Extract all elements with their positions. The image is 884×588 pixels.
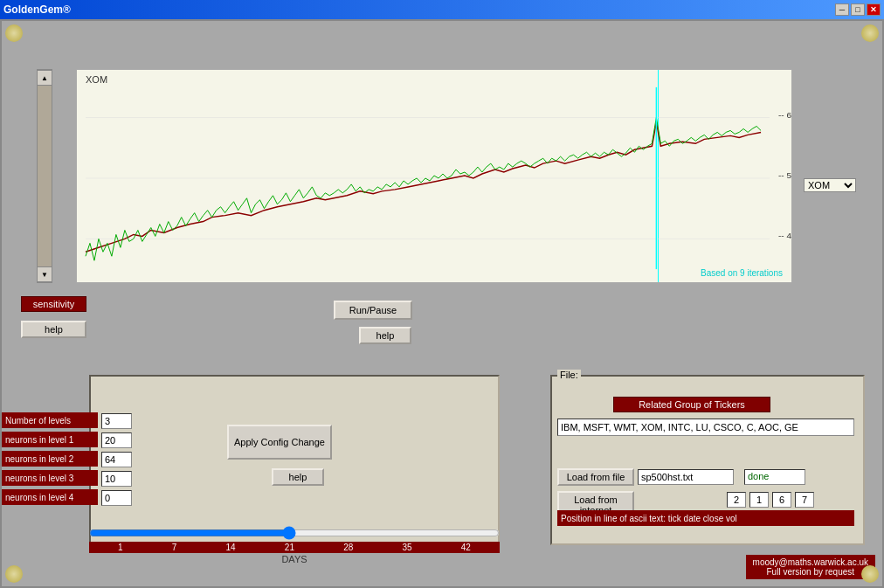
corner-decoration-tl (5, 24, 23, 42)
corner-decoration-bl (5, 565, 23, 583)
run-pause-button[interactable]: Run/Pause (334, 301, 412, 320)
tick-7: 7 (172, 543, 177, 552)
neurons-level3-input[interactable] (101, 471, 132, 487)
days-area: 1 7 14 21 28 35 42 DAYS (89, 526, 500, 564)
position-label-bar: Position in line of ascii text: tick dat… (557, 510, 854, 526)
help-button-left[interactable]: help (21, 321, 86, 338)
window-controls: ─ □ ✕ (835, 3, 881, 16)
days-ticks: 1 7 14 21 28 35 42 (89, 542, 500, 553)
neurons-level3-label: neurons in level 3 (2, 470, 98, 486)
done-label: done (744, 469, 805, 485)
tick-42: 42 (461, 543, 471, 552)
position-vol-input[interactable] (795, 492, 814, 508)
tick-1: 1 (118, 543, 123, 552)
close-button[interactable]: ✕ (867, 3, 881, 16)
chart-area: XOM Based on 9 iterations -- 64.6 -- 54.… (76, 69, 792, 283)
corner-decoration-br (861, 565, 879, 583)
position-tick-input[interactable] (727, 492, 746, 508)
scroll-down-button[interactable]: ▼ (37, 266, 52, 282)
neurons-level2-label: neurons in level 2 (2, 451, 98, 467)
chart-scrollbar[interactable]: ▲ ▼ (37, 69, 52, 283)
neurons-level1-label: neurons in level 1 (2, 432, 98, 447)
help-button-config[interactable]: help (272, 468, 324, 486)
ticker-select[interactable]: XOM IBM MSFT (804, 178, 856, 192)
filename-input[interactable] (638, 469, 734, 485)
svg-text:-- 44.6: -- 44.6 (778, 231, 791, 240)
neurons-level1-input[interactable] (101, 432, 132, 448)
load-from-file-button[interactable]: Load from file (557, 468, 634, 486)
maximize-button[interactable]: □ (851, 3, 865, 16)
number-of-levels-input[interactable] (101, 413, 132, 429)
neurons-level4-label: neurons in level 4 (2, 489, 98, 505)
position-close-input[interactable] (772, 492, 791, 508)
tick-35: 35 (402, 543, 411, 552)
apply-config-button[interactable]: Apply Config Change (227, 425, 332, 460)
main-window: Loaded until date 19-Apr-06 ▲ ▼ XOM Base… (0, 19, 884, 588)
bottom-info-line2: Full version by request (753, 567, 868, 577)
corner-decoration-tr (861, 24, 879, 42)
bottom-info: moody@maths.warwick.ac.uk Full version b… (746, 555, 875, 579)
svg-text:-- 64.6: -- 64.6 (778, 110, 791, 120)
help-button-center[interactable]: help (359, 327, 411, 344)
title-bar: GoldenGem® ─ □ ✕ (0, 0, 884, 19)
ticker-dropdown-container[interactable]: XOM IBM MSFT (804, 178, 856, 192)
app-title: GoldenGem® (3, 3, 71, 16)
position-fields (727, 492, 814, 508)
svg-text:-- 54.6: -- 54.6 (778, 170, 791, 180)
number-of-levels-label: Number of levels (2, 412, 98, 428)
file-panel-label: File: (557, 370, 581, 380)
config-panel (89, 375, 500, 545)
sensitivity-button[interactable]: sensitivity (21, 296, 86, 312)
neurons-level4-input[interactable] (101, 490, 132, 506)
tick-28: 28 (343, 543, 353, 552)
minimize-button[interactable]: ─ (835, 3, 849, 16)
related-group-button[interactable]: Related Group of Tickers (613, 397, 770, 412)
tick-14: 14 (226, 543, 236, 552)
scroll-track[interactable] (38, 86, 52, 266)
neurons-level2-input[interactable] (101, 452, 132, 467)
scroll-up-button[interactable]: ▲ (37, 70, 52, 86)
days-slider[interactable] (89, 526, 500, 540)
bottom-info-line1: moody@maths.warwick.ac.uk (753, 557, 868, 567)
neuron-config-labels: Number of levels neurons in level 1 neur… (2, 412, 132, 508)
days-label: DAYS (89, 554, 500, 564)
tickers-input[interactable] (557, 419, 854, 436)
tick-21: 21 (285, 543, 294, 552)
position-date-input[interactable] (749, 492, 769, 508)
chart-svg: -- 64.6 -- 54.6 -- 44.6 (77, 70, 791, 282)
